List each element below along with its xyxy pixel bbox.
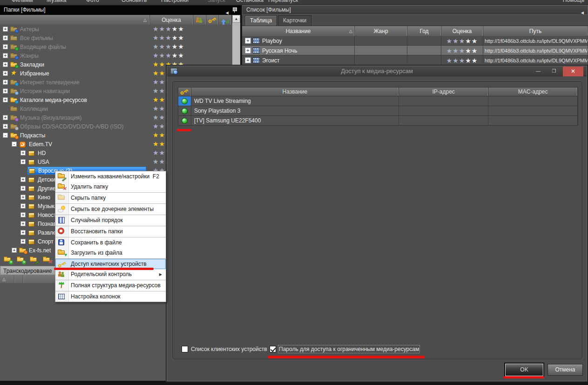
context-menu-item[interactable]: Полная структура медиа-ресурсов xyxy=(55,280,166,290)
tree-item-body[interactable]: Входящие файлы xyxy=(10,43,68,51)
menu-item-4[interactable]: Обновить xyxy=(122,0,147,3)
device-status-cell[interactable] xyxy=(178,116,191,125)
movie-row[interactable]: +Эгоист★★★★★http://1f0486b3.ottclub.ru/i… xyxy=(242,55,588,65)
expand-button[interactable]: + xyxy=(20,230,26,235)
menu-item-6[interactable]: Запуск xyxy=(208,0,225,3)
expand-button[interactable]: + xyxy=(245,38,251,44)
context-menu-item[interactable]: Восстановить папки xyxy=(55,226,166,236)
tree-item-body[interactable]: Интернет телевидение xyxy=(10,78,81,86)
tree-item-body[interactable]: USA xyxy=(27,158,51,166)
menu-item-2[interactable]: Музыка xyxy=(47,0,66,3)
device-status-cell[interactable] xyxy=(178,106,191,115)
collapse-button[interactable]: - xyxy=(12,142,17,147)
tree-item-body[interactable]: Закладки xyxy=(10,61,46,68)
expand-button[interactable]: + xyxy=(20,177,26,182)
context-menu-item[interactable]: Родительский контроль▶ xyxy=(55,269,166,279)
add-folder-button[interactable]: + xyxy=(4,256,12,263)
tree-item-body[interactable]: Спорт xyxy=(27,237,55,245)
close-button[interactable]: ✕ xyxy=(563,67,583,76)
tree-item-body[interactable]: ★Избранные xyxy=(10,69,51,77)
tree-item-body[interactable]: Все фильмы xyxy=(10,34,55,42)
expand-button[interactable]: + xyxy=(20,186,26,191)
context-menu-item[interactable]: Сохранить в файле xyxy=(55,237,166,248)
expand-button[interactable]: + xyxy=(12,248,17,253)
tree-item[interactable]: +Жанры★★★★★ xyxy=(0,51,231,60)
collapse-button[interactable]: - xyxy=(3,133,8,138)
expand-button[interactable]: + xyxy=(3,35,8,41)
movies-column-header[interactable]: Жанр xyxy=(355,26,407,36)
tree-column-header[interactable]: △ xyxy=(0,15,150,25)
tree-item-body[interactable]: Музыка (Визуализация) xyxy=(10,114,83,122)
access-column-header[interactable] xyxy=(206,15,218,25)
expand-button[interactable]: + xyxy=(3,44,8,49)
expand-button[interactable]: + xyxy=(3,124,8,129)
sort-column-header[interactable] xyxy=(218,15,231,25)
tree-item-body[interactable]: Другие xyxy=(27,184,57,192)
devices-column-header[interactable]: MAC-адрес xyxy=(488,88,578,96)
expand-button[interactable]: + xyxy=(245,57,251,63)
access-column-header[interactable] xyxy=(178,88,191,96)
minimize-button[interactable]: — xyxy=(534,68,542,74)
expand-button[interactable]: + xyxy=(3,115,8,120)
devices-column-header[interactable]: IP-адрес xyxy=(399,88,489,96)
expand-button[interactable]: + xyxy=(20,239,26,244)
movie-row[interactable]: +Playboy★★★★★http://1f0486b3.ottclub.ru/… xyxy=(242,36,588,46)
expand-button[interactable]: + xyxy=(20,212,26,217)
device-row[interactable]: Sony Playstation 3 xyxy=(178,106,578,115)
tree-item[interactable]: +Актеры★★★★★ xyxy=(0,25,231,34)
tree-item-body[interactable]: Образы CD/SACD/DVD/DVD-A/BD (ISO) xyxy=(10,122,125,130)
parental-control-column-header[interactable] xyxy=(193,15,206,25)
expand-button[interactable]: + xyxy=(20,195,26,200)
tree-item[interactable]: +Входящие файлы★★★★★ xyxy=(0,42,231,51)
tree-item-body[interactable]: Коллекции xyxy=(10,105,50,113)
device-row[interactable]: [TV] Samsung UE22F5400 xyxy=(178,115,578,125)
pin-icon[interactable] xyxy=(232,7,237,13)
tree-item-body[interactable]: Edem.TV xyxy=(19,140,54,148)
context-menu-item[interactable]: Изменить название/настройки F2 xyxy=(55,171,166,182)
tree-item[interactable]: +Все фильмы★★★★★ xyxy=(0,34,231,42)
tree-item-body[interactable]: Ex-fs.net xyxy=(19,246,53,254)
device-row[interactable]: WD TV Live Streaming xyxy=(178,96,578,106)
add-child-folder-button[interactable]: + xyxy=(17,256,25,263)
menu-item-1[interactable]: Фильмы xyxy=(12,0,33,3)
movies-column-header[interactable]: Год xyxy=(407,26,441,36)
movies-column-header[interactable]: Название △ xyxy=(242,26,355,36)
menu-item-7[interactable]: Остановка xyxy=(236,0,264,3)
menu-item-9[interactable]: Помощь xyxy=(563,0,584,3)
tree-item-body[interactable]: История навигации xyxy=(10,87,72,95)
tree-item-body[interactable]: Подкасты xyxy=(10,131,47,139)
tree-item-body[interactable]: HD xyxy=(27,149,47,157)
menu-item-5[interactable]: Настройки xyxy=(161,0,189,3)
context-menu-item[interactable]: Скрыть папку xyxy=(55,193,166,203)
tree-item-body[interactable]: Актеры xyxy=(10,25,41,33)
tree-item-body[interactable]: Жанры xyxy=(10,52,41,60)
expand-button[interactable]: + xyxy=(3,71,8,76)
ok-button[interactable]: OK xyxy=(505,364,543,376)
devices-column-header[interactable]: Название xyxy=(191,88,399,96)
expand-button[interactable]: + xyxy=(20,221,26,226)
cancel-button[interactable]: Отмена xyxy=(547,364,583,376)
maximize-button[interactable]: ❒ xyxy=(550,68,558,74)
context-menu-item[interactable]: Случайный порядок xyxy=(55,215,166,225)
expand-button[interactable]: + xyxy=(3,27,8,32)
expand-button[interactable]: + xyxy=(20,203,26,209)
tab-cards[interactable]: Карточки xyxy=(278,15,311,26)
menu-item-3[interactable]: Фото xyxy=(86,0,99,3)
expand-button[interactable]: + xyxy=(3,88,8,94)
movie-row[interactable]: +Русская Ночь★★★★★http://1f0486b3.ottclu… xyxy=(242,46,588,55)
expand-button[interactable]: + xyxy=(3,80,8,85)
dialog-titlebar[interactable]: Доступ к медиа-ресурсам — ❒ ✕ xyxy=(167,66,587,76)
edit-folder-button[interactable] xyxy=(30,256,38,263)
movies-column-header[interactable]: Путь xyxy=(483,26,588,36)
expand-button[interactable]: + xyxy=(20,159,26,164)
movies-column-header[interactable]: Оценка xyxy=(441,26,483,36)
device-status-cell[interactable] xyxy=(178,96,191,106)
client-devices-checkbox[interactable] xyxy=(182,346,188,352)
expand-button[interactable]: + xyxy=(3,62,8,67)
context-menu-item[interactable]: ✕Удалить папку xyxy=(55,182,166,192)
tree-item-body[interactable]: Кино xyxy=(27,193,52,201)
expand-button[interactable]: + xyxy=(3,53,8,58)
tree-item-body[interactable]: Каталоги медиа-ресурсов xyxy=(10,96,89,104)
context-menu-item[interactable]: ▾Загрузить из файла xyxy=(55,248,166,258)
scroll-up-button[interactable]: ▲ xyxy=(232,15,240,23)
